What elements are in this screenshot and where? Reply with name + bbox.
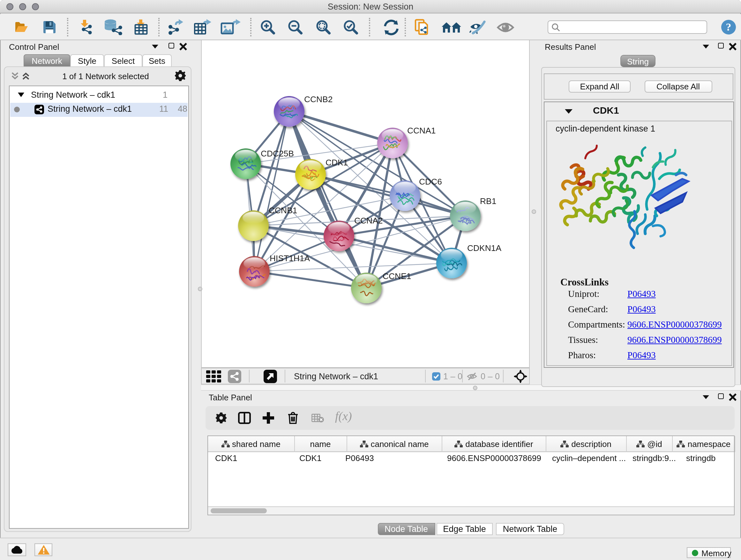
svg-text:CDC25B: CDC25B xyxy=(260,149,293,159)
svg-text:CDK1: CDK1 xyxy=(325,158,347,167)
svg-text:CCNA1: CCNA1 xyxy=(407,126,435,135)
svg-text:CDC6: CDC6 xyxy=(419,177,442,186)
svg-text:CCNB1: CCNB1 xyxy=(268,206,297,215)
svg-text:CDKN1A: CDKN1A xyxy=(467,243,501,253)
svg-text:CCNB2: CCNB2 xyxy=(304,95,332,104)
svg-text:?: ? xyxy=(726,21,731,33)
svg-text:RB1: RB1 xyxy=(480,196,496,206)
svg-text:CCNE1: CCNE1 xyxy=(382,271,411,281)
svg-text:CCNA2: CCNA2 xyxy=(354,216,382,226)
svg-text:HIST1H1A: HIST1H1A xyxy=(269,253,310,263)
